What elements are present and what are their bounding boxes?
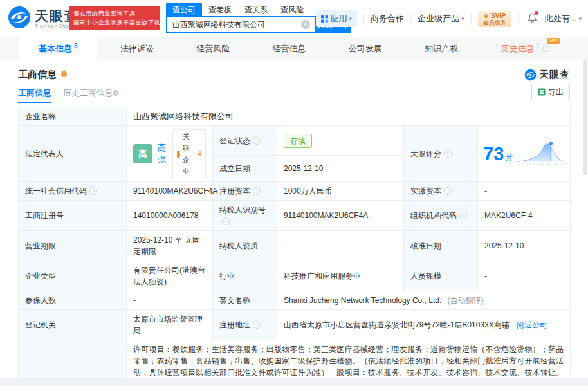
svip-membership-button[interactable]: ♛ SVIP 会员服务 (478, 11, 511, 27)
tab-operation-risk[interactable]: 经营风险 (177, 37, 249, 60)
scrollbar-thumb[interactable] (583, 59, 587, 175)
subtab-business-info[interactable]: 工商信息 (18, 87, 51, 103)
crown-icon: ♛ (483, 12, 489, 19)
nav-enterprise-products[interactable]: 企业级产品 ▾ (418, 13, 464, 24)
tab-count: 1 (536, 42, 540, 50)
table-row: 营业期限 2025-12-10 至 无固定期限 纳税人资质 - 核准日期 202… (19, 231, 571, 261)
top-bar: 天眼查 TianYanCha.com 都在用的商业查询工具 国家中小企业发展子基… (0, 0, 588, 37)
tab-label: 基本信息 (39, 43, 72, 55)
nav-cooperation[interactable]: 商务合作 (371, 13, 404, 24)
subtab-history-business-info[interactable]: 历史工商信息0 (63, 87, 118, 103)
est-date-label: 成立日期 (213, 156, 277, 182)
legal-rep-name-link[interactable]: 高强 (158, 142, 167, 165)
search-tab-risk[interactable]: 查风险 (274, 3, 310, 16)
en-name-label: 英文名称 (213, 291, 277, 310)
help-icon[interactable]: ? (459, 212, 467, 219)
help-icon[interactable]: ? (253, 187, 261, 195)
est-date-value: 2025-12-10 (277, 156, 404, 182)
apps-menu[interactable]: 应用 ▾ (316, 10, 358, 27)
related-companies-badge[interactable]: 关联企业 4 (172, 129, 206, 178)
score-cell[interactable]: 73 分 (478, 126, 571, 182)
table-row: 工商注册号 14010000A006178 纳税人识别号? 91140100MA… (19, 201, 571, 231)
slogan-banner: 都在用的商业查询工具 国家中小企业发展子基金旗下机构 (69, 6, 160, 30)
reg-capital-value: 1000万人民币 (277, 182, 404, 201)
watermark-text: 天眼查 (539, 69, 570, 81)
caret-down-icon: ▾ (461, 15, 464, 22)
table-row: 法定代表人 高 高强 关联企业 4 登记状态? 存续 天眼评 (19, 126, 571, 156)
related-label: 关联企业 (183, 131, 196, 177)
uscc-label: 统一社会信用代码? (19, 182, 127, 201)
help-icon[interactable]: ? (444, 187, 452, 195)
legal-rep-label: 法定代表人 (19, 126, 127, 182)
org-code-value: MAK2U6CF-4 (478, 201, 571, 231)
company-name-value: 山西聚诚网络科技有限公司 (127, 107, 571, 126)
help-icon[interactable]: ? (253, 137, 261, 145)
help-icon[interactable]: ? (253, 321, 261, 329)
company-info-table: 企业名称 山西聚诚网络科技有限公司 法定代表人 高 高强 关联企业 4 登记状态… (18, 107, 571, 386)
user-menu[interactable]: 此处有... ▾ (545, 13, 582, 24)
reg-no-label: 工商注册号 (19, 201, 127, 231)
search-tab-company[interactable]: 查公司 (166, 3, 202, 16)
avatar[interactable]: 高 (133, 144, 152, 163)
divider (363, 14, 364, 23)
biz-term-label: 营业期限 (19, 231, 127, 261)
staff-size-label: 人员规模 (404, 261, 478, 291)
tab-basic-info[interactable]: 基本信息 5 (19, 37, 97, 60)
insured-label: 参保人数 (19, 291, 127, 310)
watermark-logo: 天眼查 (524, 69, 570, 81)
industry-value: 科技推广和应用服务业 (277, 261, 404, 291)
tab-label: 经营风险 (196, 43, 230, 55)
industry-label: 行业 (213, 261, 277, 291)
vip-badge: VIP (547, 38, 560, 44)
help-icon[interactable]: ? (444, 150, 452, 158)
table-row: 企业名称 山西聚诚网络科技有限公司 (19, 107, 571, 126)
en-name-value: Shanxi Jucheng Network Technology Co., L… (277, 291, 571, 310)
business-registration-section: 工商信息 天眼查 工商信息 历史工商信息0 (0, 60, 588, 386)
notification-bell[interactable] (528, 13, 537, 25)
taxpayer-id-value: 91140100MAK2U6CF4A (277, 201, 404, 231)
help-icon[interactable]: ? (89, 187, 97, 195)
export-spreadsheet-icon (538, 88, 546, 96)
reg-status-value: 存续 (277, 126, 404, 156)
tab-business-info[interactable]: 经营信息 (253, 37, 326, 60)
paid-capital-label: 实缴资本? (404, 182, 478, 201)
reg-status-label: 登记状态? (213, 126, 277, 156)
divider (471, 14, 472, 23)
nearby-companies-link[interactable]: 附近公司 (517, 320, 547, 329)
tab-legal-proceedings[interactable]: 法律诉讼 (101, 37, 173, 60)
paid-capital-value: - (478, 182, 571, 201)
page-bottom-strip (0, 378, 588, 386)
company-name-label: 企业名称 (19, 107, 127, 126)
score-value: 73 (483, 145, 504, 163)
user-name: 此处有... (545, 13, 577, 24)
search-clear-icon[interactable]: × (301, 20, 310, 29)
divider (410, 14, 411, 23)
apps-label: 应用 (331, 13, 347, 24)
related-count: 4 (198, 148, 201, 160)
search-tab-relation[interactable]: 查关系 (238, 3, 274, 16)
staff-size-value: - (478, 261, 571, 291)
help-icon[interactable]: ? (542, 45, 549, 52)
tab-company-development[interactable]: 公司发展 (329, 37, 401, 60)
address-value: 山西省太原市小店区营盘街道亲贤北街79号72幢-1层B01033X商铺 附近公司 (277, 310, 571, 340)
top-nav: 应用 ▾ 商务合作 企业级产品 ▾ ♛ SVIP 会员服务 此处有... ▾ (316, 10, 582, 27)
company-type-label: 企业类型 (19, 261, 127, 291)
score-unit: 分 (505, 151, 513, 163)
auto-translate-note: (自动翻译) (448, 296, 484, 305)
search-tab-boss[interactable]: 查老板 (202, 3, 238, 16)
notification-dot (535, 11, 538, 15)
approve-date-value: 2025-12-10 (478, 231, 571, 261)
tab-history-info[interactable]: VIP 历史信息 1 ? (481, 37, 569, 60)
tab-count: 5 (74, 42, 78, 50)
export-button[interactable]: 导出 (531, 84, 570, 100)
scrollbar (583, 37, 588, 386)
tab-intellectual-property[interactable]: 知识产权 (405, 37, 477, 60)
legal-rep-cell: 高 高强 关联企业 4 (127, 126, 213, 182)
help-icon[interactable]: ? (222, 217, 230, 225)
company-type-value: 有限责任公司(港澳台法人独资) (127, 261, 213, 291)
address-label: 注册地址? (213, 310, 277, 340)
svip-label: SVIP (491, 12, 506, 19)
apps-grid-icon (321, 15, 328, 23)
authority-value: 太原市市场监督管理局 (127, 310, 213, 340)
search-input[interactable] (166, 16, 315, 33)
